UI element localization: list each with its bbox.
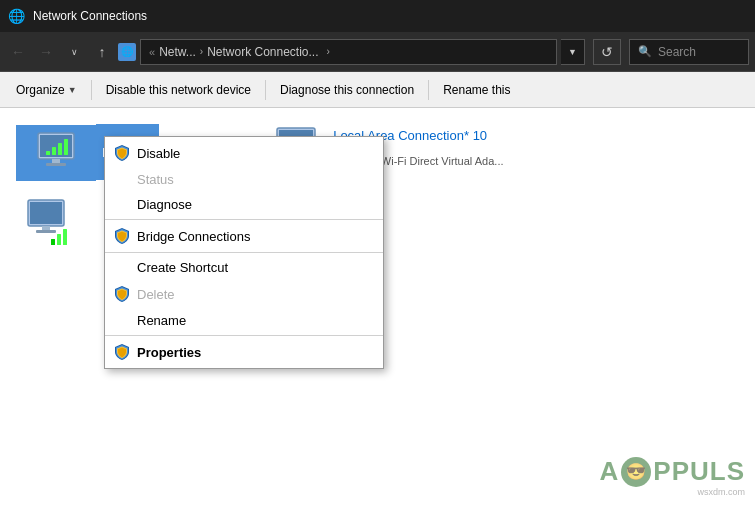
- svg-rect-6: [58, 143, 62, 155]
- path-double-chevron: «: [149, 46, 155, 58]
- organize-dropdown-arrow: ▼: [68, 85, 77, 95]
- up-button[interactable]: ↑: [90, 40, 114, 64]
- title-bar: 🌐 Network Connections: [0, 0, 755, 32]
- watermark: A 😎 PPULS wsxdm.com: [600, 456, 745, 497]
- title-bar-text: Network Connections: [33, 9, 147, 23]
- ctx-label-bridge: Bridge Connections: [137, 229, 250, 244]
- ethernet-icon: [32, 129, 80, 177]
- second-network-icon-wrapper: [20, 194, 72, 246]
- watermark-content: A 😎 PPULS: [600, 456, 745, 487]
- ctx-sep-sep3: [105, 335, 383, 336]
- mascot-face: 😎: [626, 462, 646, 481]
- diagnose-button[interactable]: Diagnose this connection: [272, 79, 422, 101]
- diagnose-label: Diagnose this connection: [280, 83, 414, 97]
- forward-button[interactable]: →: [34, 40, 58, 64]
- refresh-button[interactable]: ↺: [593, 39, 621, 65]
- watermark-puls: PPULS: [653, 456, 745, 487]
- address-bar: ← → ∨ ↑ 🌐 « Netw... › Network Connectio.…: [0, 32, 755, 72]
- shield-icon-bridge: [113, 227, 131, 245]
- watermark-site: wsxdm.com: [600, 487, 745, 497]
- ctx-item-diagnose[interactable]: Diagnose: [105, 192, 383, 217]
- ctx-label-status: Status: [137, 172, 174, 187]
- search-icon: 🔍: [638, 45, 652, 58]
- toolbar-divider-2: [265, 80, 266, 100]
- ctx-item-status: Status: [105, 167, 383, 192]
- organize-button[interactable]: Organize ▼: [8, 79, 85, 101]
- path-part-1: Netw...: [159, 45, 196, 59]
- watermark-mascot: 😎: [621, 457, 651, 487]
- toolbar-divider-1: [91, 80, 92, 100]
- svg-rect-5: [52, 147, 56, 155]
- ctx-item-delete: Delete: [105, 280, 383, 308]
- ctx-label-properties: Properties: [137, 345, 201, 360]
- shield-icon-delete: [113, 285, 131, 303]
- back-button[interactable]: ←: [6, 40, 30, 64]
- svg-rect-7: [64, 139, 68, 155]
- rename-button[interactable]: Rename this: [435, 79, 518, 101]
- ctx-label-shortcut: Create Shortcut: [137, 260, 228, 275]
- dropdown-button[interactable]: ∨: [62, 40, 86, 64]
- left-panel: Ethernet: [16, 124, 159, 258]
- watermark-a: A: [600, 456, 620, 487]
- ethernet-icon-area: [16, 125, 96, 181]
- signal-bars-icon: [50, 224, 72, 246]
- path-end-chevron: ›: [327, 46, 330, 57]
- search-box[interactable]: 🔍 Search: [629, 39, 749, 65]
- disable-label: Disable this network device: [106, 83, 251, 97]
- svg-rect-9: [30, 202, 62, 224]
- ctx-item-rename[interactable]: Rename: [105, 308, 383, 333]
- context-menu: DisableStatusDiagnose Bridge Connections…: [104, 136, 384, 369]
- ctx-label-rename: Rename: [137, 313, 186, 328]
- ctx-sep-sep1: [105, 219, 383, 220]
- address-path[interactable]: « Netw... › Network Connectio... ›: [140, 39, 557, 65]
- rename-label: Rename this: [443, 83, 510, 97]
- ctx-sep-sep2: [105, 252, 383, 253]
- search-placeholder: Search: [658, 45, 696, 59]
- path-part-2: Network Connectio...: [207, 45, 318, 59]
- main-content: Ethernet: [0, 108, 755, 507]
- shield-icon-properties: [113, 343, 131, 361]
- svg-rect-3: [46, 163, 66, 166]
- ctx-item-bridge[interactable]: Bridge Connections: [105, 222, 383, 250]
- disable-button[interactable]: Disable this network device: [98, 79, 259, 101]
- ctx-label-diagnose: Diagnose: [137, 197, 192, 212]
- path-separator-1: ›: [200, 46, 203, 57]
- path-icon: 🌐: [118, 43, 136, 61]
- address-dropdown-arrow[interactable]: ▼: [561, 39, 585, 65]
- ctx-item-shortcut[interactable]: Create Shortcut: [105, 255, 383, 280]
- ctx-item-properties[interactable]: Properties: [105, 338, 383, 366]
- ctx-label-delete: Delete: [137, 287, 175, 302]
- svg-rect-13: [57, 234, 61, 245]
- toolbar: Organize ▼ Disable this network device D…: [0, 72, 755, 108]
- ctx-label-disable: Disable: [137, 146, 180, 161]
- svg-rect-15: [51, 239, 55, 245]
- svg-rect-14: [63, 229, 67, 245]
- organize-label: Organize: [16, 83, 65, 97]
- ctx-item-disable[interactable]: Disable: [105, 139, 383, 167]
- svg-rect-4: [46, 151, 50, 155]
- toolbar-divider-3: [428, 80, 429, 100]
- shield-icon-disable: [113, 144, 131, 162]
- title-bar-icon: 🌐: [8, 8, 25, 24]
